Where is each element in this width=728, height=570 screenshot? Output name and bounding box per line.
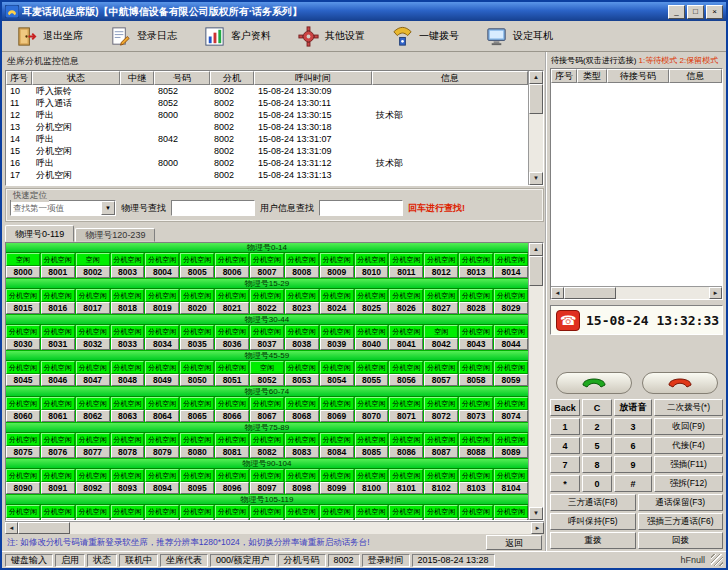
grid-horizontal-scrollbar[interactable]: ◄ ►: [5, 521, 544, 534]
extension-cell[interactable]: 分机空闲8099: [320, 469, 354, 494]
extension-cell[interactable]: 分机空闲8073: [459, 397, 493, 422]
extension-cell[interactable]: 分机空闲8070: [355, 397, 389, 422]
tab-physical-120-239[interactable]: 物理号120-239: [75, 228, 155, 242]
extension-cell[interactable]: 分机空闲8026: [389, 289, 423, 314]
waiting-list-body[interactable]: [551, 83, 722, 286]
monitor-row[interactable]: 17分机空闲800215-08-24 13:31:13: [6, 169, 528, 181]
waiting-column-header[interactable]: 类型: [577, 69, 607, 83]
dialpad-key[interactable]: 0: [582, 475, 612, 492]
extension-cell[interactable]: 分机空闲8033: [111, 325, 145, 350]
scrollbar-track[interactable]: [616, 287, 709, 299]
extension-cell[interactable]: 分机空闲8087: [424, 433, 458, 458]
extension-cell[interactable]: 分机空闲8075: [6, 433, 40, 458]
extension-cell[interactable]: 分机空闲8009: [320, 253, 354, 278]
scroll-down-icon[interactable]: ▼: [529, 172, 543, 185]
toolbar-button-settings[interactable]: 其他设置: [294, 23, 368, 49]
extension-cell[interactable]: 分机空闲8051: [215, 361, 249, 386]
extension-cell[interactable]: 分机空闲8046: [41, 361, 75, 386]
maximize-icon[interactable]: □: [687, 5, 704, 19]
extension-cell[interactable]: 空闲8052: [250, 361, 284, 386]
extension-cell[interactable]: 分机空闲8025: [355, 289, 389, 314]
dialpad-function-key[interactable]: 收回(F9): [654, 418, 723, 435]
extension-cell[interactable]: 分机空闲8116: [389, 505, 423, 520]
extension-cell[interactable]: 分机空闲8119: [494, 505, 528, 520]
search-field-dropdown[interactable]: 查找第一项值 ▼: [10, 200, 116, 216]
function-button[interactable]: 通话保留(F3): [638, 494, 724, 511]
monitor-row[interactable]: 15分机空闲800215-08-24 13:31:09: [6, 145, 528, 157]
dialpad-key[interactable]: 2: [582, 418, 612, 435]
toolbar-button-exit[interactable]: 退出坐席: [12, 23, 86, 49]
extension-cell[interactable]: 分机空闲8061: [41, 397, 75, 422]
minimize-icon[interactable]: _: [668, 5, 685, 19]
extension-cell[interactable]: 分机空闲8016: [41, 289, 75, 314]
dialpad-key[interactable]: 5: [582, 437, 612, 454]
extension-cell[interactable]: 分机空闲8098: [285, 469, 319, 494]
dialpad-function-key[interactable]: 代接(F4): [654, 437, 723, 454]
function-button[interactable]: 呼叫保持(F5): [550, 513, 636, 530]
extension-cell[interactable]: 分机空闲8067: [250, 397, 284, 422]
extension-cell[interactable]: 分机空闲8111: [215, 505, 249, 520]
extension-cell[interactable]: 分机空闲8097: [250, 469, 284, 494]
extension-cell[interactable]: 分机空闲8080: [180, 433, 214, 458]
dialpad-key[interactable]: *: [550, 475, 580, 492]
extension-cell[interactable]: 分机空闲8024: [320, 289, 354, 314]
scroll-left-icon[interactable]: ◄: [551, 287, 564, 299]
extension-cell[interactable]: 分机空闲8113: [285, 505, 319, 520]
function-button[interactable]: 重拨: [550, 532, 636, 549]
dialpad-function-key[interactable]: 二次拨号(*): [654, 399, 723, 416]
extension-cell[interactable]: 分机空闲8057: [424, 361, 458, 386]
scrollbar-thumb[interactable]: [564, 287, 616, 299]
waiting-column-header[interactable]: 待接号码: [607, 69, 669, 83]
extension-cell[interactable]: 分机空闲8005: [180, 253, 214, 278]
extension-cell[interactable]: 分机空闲8032: [76, 325, 110, 350]
scrollbar-track[interactable]: [70, 522, 531, 534]
extension-cell[interactable]: 分机空闲8049: [145, 361, 179, 386]
extension-cell[interactable]: 分机空闲8031: [41, 325, 75, 350]
extension-cell[interactable]: 分机空闲8112: [250, 505, 284, 520]
waiting-column-header[interactable]: 序号: [551, 69, 577, 83]
extension-cell[interactable]: 分机空闲8108: [111, 505, 145, 520]
extension-cell[interactable]: 分机空闲8095: [180, 469, 214, 494]
extension-cell[interactable]: 分机空闲8006: [215, 253, 249, 278]
grid-vertical-scrollbar[interactable]: ▲ ▼: [528, 243, 543, 520]
extension-cell[interactable]: 分机空闲8019: [145, 289, 179, 314]
extension-cell[interactable]: 分机空闲8027: [424, 289, 458, 314]
scrollbar-track[interactable]: [529, 114, 543, 172]
toolbar-button-customer[interactable]: 客户资料: [200, 23, 274, 49]
scroll-right-icon[interactable]: ►: [531, 522, 544, 534]
function-button[interactable]: 回拨: [638, 532, 724, 549]
extension-cell[interactable]: 空闲8042: [424, 325, 458, 350]
extension-cell[interactable]: 分机空闲8013: [459, 253, 493, 278]
extension-cell[interactable]: 分机空闲8114: [320, 505, 354, 520]
extension-cell[interactable]: 分机空闲8043: [459, 325, 493, 350]
dialpad-key[interactable]: 6: [614, 437, 652, 454]
extension-cell[interactable]: 分机空闲8059: [494, 361, 528, 386]
extension-cell[interactable]: 分机空闲8076: [41, 433, 75, 458]
extension-cell[interactable]: 分机空闲8039: [320, 325, 354, 350]
dialpad-function-key[interactable]: 强插(F11): [654, 456, 723, 473]
dialpad-key[interactable]: 9: [614, 456, 652, 473]
dialpad-key[interactable]: 放语音: [614, 399, 652, 416]
extension-cell[interactable]: 分机空闲8015: [6, 289, 40, 314]
toolbar-button-headset[interactable]: 设定耳机: [482, 23, 556, 49]
dialpad-key[interactable]: 7: [550, 456, 580, 473]
extension-cell[interactable]: 分机空闲8004: [145, 253, 179, 278]
function-button[interactable]: 强插三方通话(F6): [638, 513, 724, 530]
monitor-column-header[interactable]: 中继: [120, 71, 154, 85]
dialpad-key[interactable]: 4: [550, 437, 580, 454]
extension-cell[interactable]: 分机空闲8088: [459, 433, 493, 458]
extension-cell[interactable]: 分机空闲8103: [459, 469, 493, 494]
tab-physical-0-119[interactable]: 物理号0-119: [5, 225, 74, 242]
extension-cell[interactable]: 分机空闲8068: [285, 397, 319, 422]
dialpad-key[interactable]: Back: [550, 399, 580, 416]
extension-cell[interactable]: 分机空闲8106: [41, 505, 75, 520]
extension-cell[interactable]: 分机空闲8086: [389, 433, 423, 458]
extension-cell[interactable]: 分机空闲8084: [320, 433, 354, 458]
extension-cell[interactable]: 分机空闲8047: [76, 361, 110, 386]
extension-cell[interactable]: 分机空闲8060: [6, 397, 40, 422]
monitor-row[interactable]: 12呼出8000800215-08-24 13:30:15技术部: [6, 109, 528, 121]
scrollbar-thumb[interactable]: [529, 84, 543, 114]
extension-cell[interactable]: 分机空闲8054: [320, 361, 354, 386]
monitor-column-header[interactable]: 状态: [32, 71, 120, 85]
extension-cell[interactable]: 分机空闲8093: [111, 469, 145, 494]
